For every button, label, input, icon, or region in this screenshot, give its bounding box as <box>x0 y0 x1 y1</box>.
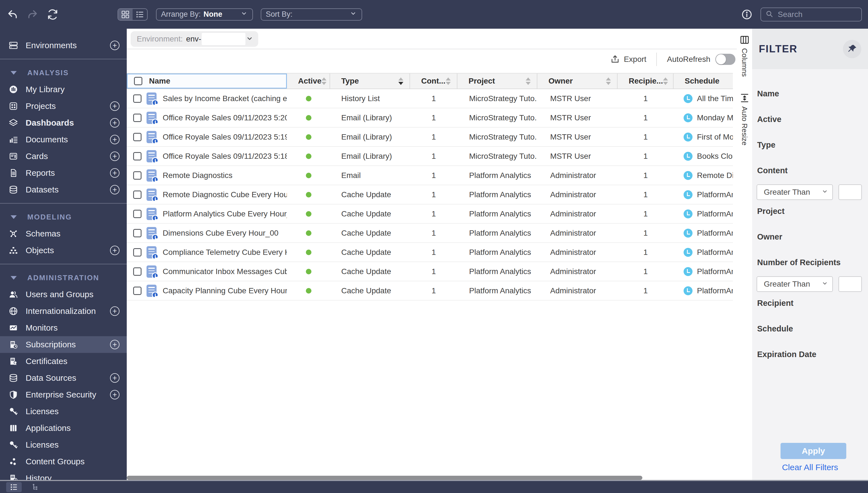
sidebar-item-content-groups[interactable]: Content Groups <box>0 453 127 470</box>
header-recipients[interactable]: Recipie... <box>617 73 674 89</box>
table-row[interactable]: Compliance Telemetry Cube Every Ho... Ca… <box>127 243 733 262</box>
info-icon[interactable] <box>740 8 753 21</box>
table-row[interactable]: Communicator Inbox Messages Cube ... Cac… <box>127 262 733 281</box>
add-icon[interactable]: + <box>110 185 120 194</box>
table-row[interactable]: Remote Diagnostic Cube Every Hour_20 Cac… <box>127 185 733 205</box>
sidebar-item-applications[interactable]: Applications <box>0 420 127 436</box>
row-checkbox[interactable] <box>133 152 142 160</box>
add-icon[interactable]: + <box>110 306 120 316</box>
sidebar-item-my-library[interactable]: My Library <box>0 81 127 98</box>
sort-by-select[interactable]: Sort By: <box>261 8 362 21</box>
sidebar-item-reports[interactable]: Reports+ <box>0 165 127 181</box>
header-project[interactable]: Project <box>457 73 537 89</box>
sidebar-item-schemas[interactable]: Schemas <box>0 225 127 242</box>
table-row[interactable]: Office Royale Sales 09/11/2023 5:19 PM E… <box>127 128 733 147</box>
header-content[interactable]: Cont... <box>410 73 457 89</box>
filter-value-input[interactable] <box>839 185 862 200</box>
operator-select[interactable]: Greater Than <box>757 185 833 200</box>
header-type[interactable]: Type <box>330 73 410 89</box>
select-all-checkbox[interactable] <box>134 77 142 85</box>
add-icon[interactable]: + <box>110 118 120 128</box>
row-checkbox[interactable] <box>133 133 142 141</box>
table-row[interactable]: Capacity Planning Cube Every Hour_25 Cac… <box>127 281 733 301</box>
row-project: MicroStrategy Tuto... <box>457 113 537 122</box>
row-checkbox[interactable] <box>133 267 142 276</box>
add-icon[interactable]: + <box>110 373 120 383</box>
sidebar-section-modeling[interactable]: MODELING <box>0 209 127 225</box>
sidebar-item-objects[interactable]: Objects+ <box>0 242 127 259</box>
add-icon[interactable]: + <box>110 101 120 111</box>
header-owner[interactable]: Owner <box>537 73 617 89</box>
sidebar-section-administration[interactable]: ADMINISTRATION <box>0 269 127 286</box>
sidebar-item-users-and-groups[interactable]: Users and Groups <box>0 286 127 303</box>
row-checkbox[interactable] <box>133 248 142 257</box>
tree-mode-button[interactable] <box>28 482 43 492</box>
add-icon[interactable]: + <box>110 168 120 178</box>
sidebar-item-cards[interactable]: Cards+ <box>0 148 127 165</box>
row-checkbox[interactable] <box>133 94 142 103</box>
row-checkbox[interactable] <box>133 210 142 218</box>
sidebar-item-monitors[interactable]: Monitors <box>0 320 127 336</box>
row-name: Sales by Income Bracket (caching ena... <box>163 94 287 103</box>
sidebar-item-datasets[interactable]: Datasets+ <box>0 181 127 198</box>
table-row[interactable]: Office Royale Sales 09/11/2023 5:20 PM E… <box>127 108 733 128</box>
refresh-icon[interactable] <box>46 8 59 21</box>
row-owner: MSTR User <box>537 152 617 161</box>
sidebar-item-internationalization[interactable]: Internationalization+ <box>0 303 127 320</box>
sidebar-item-documents[interactable]: Documents+ <box>0 131 127 148</box>
autorefresh-toggle[interactable] <box>715 54 735 65</box>
sidebar-item-data-sources[interactable]: Data Sources+ <box>0 370 127 386</box>
auto-resize-button[interactable]: Auto Resize <box>737 92 752 145</box>
clock-badge-icon <box>152 273 158 278</box>
chevron-down-icon <box>10 71 17 74</box>
list-view-button[interactable] <box>133 9 147 20</box>
pin-button[interactable] <box>843 40 861 58</box>
table-row[interactable]: Office Royale Sales 09/11/2023 5:18 PM E… <box>127 147 733 166</box>
row-checkbox[interactable] <box>133 171 142 180</box>
add-icon[interactable]: + <box>110 390 120 400</box>
add-icon[interactable]: + <box>110 340 120 349</box>
horizontal-scrollbar-thumb[interactable] <box>127 476 642 480</box>
sidebar-item-certificates[interactable]: Certificates <box>0 353 127 370</box>
header-schedule[interactable]: Schedule <box>674 73 733 89</box>
back-icon[interactable] <box>6 8 19 21</box>
table-row[interactable]: Sales by Income Bracket (caching ena... … <box>127 89 733 108</box>
sidebar-item-subscriptions[interactable]: Subscriptions+ <box>0 336 127 353</box>
add-icon[interactable]: + <box>110 135 120 144</box>
add-icon[interactable]: + <box>110 151 120 161</box>
apply-button[interactable]: Apply <box>781 443 846 459</box>
sidebar-item-dashboards[interactable]: Dashboards+ <box>0 114 127 131</box>
grid-view-button[interactable] <box>118 9 133 20</box>
export-button[interactable]: Export <box>610 54 646 65</box>
add-icon[interactable]: + <box>110 246 120 255</box>
columns-button[interactable]: Columns <box>737 34 752 77</box>
arrange-by-label: Arrange By: <box>161 10 201 19</box>
arrange-by-select[interactable]: Arrange By: None <box>156 8 253 21</box>
active-status-dot <box>306 269 311 274</box>
table-row[interactable]: Platform Analytics Cube Every Hour_30 Ca… <box>127 205 733 224</box>
sidebar-section-analysis[interactable]: ANALYSIS <box>0 64 127 81</box>
row-checkbox[interactable] <box>133 286 142 295</box>
sidebar-item-projects[interactable]: Projects+ <box>0 98 127 114</box>
row-checkbox[interactable] <box>133 229 142 237</box>
chevron-down-icon <box>240 9 248 19</box>
table-row[interactable]: Remote Diagnostics Email 1 Platform Anal… <box>127 166 733 185</box>
operator-select[interactable]: Greater Than <box>757 276 833 292</box>
sidebar-item-environments[interactable]: Environments+ <box>0 37 127 54</box>
row-checkbox[interactable] <box>133 191 142 199</box>
header-active[interactable]: Active <box>287 73 330 89</box>
filter-value-input[interactable] <box>839 276 862 292</box>
environment-select[interactable]: Environment: env- <box>131 31 258 47</box>
sidebar-item-enterprise-security[interactable]: Enterprise Security+ <box>0 386 127 403</box>
clear-all-filters-link[interactable]: Clear All Filters <box>752 463 868 472</box>
add-icon[interactable]: + <box>110 41 120 50</box>
search-input[interactable] <box>777 10 855 19</box>
sidebar-item-history[interactable]: History <box>0 470 127 480</box>
list-mode-button[interactable] <box>6 482 22 492</box>
sidebar-item-licenses[interactable]: Licenses <box>0 403 127 420</box>
forward-icon[interactable] <box>26 8 39 21</box>
header-name[interactable]: Name <box>127 73 287 89</box>
row-checkbox[interactable] <box>133 114 142 122</box>
sidebar-item-licenses[interactable]: Licenses <box>0 436 127 453</box>
table-row[interactable]: Dimensions Cube Every Hour_00 Cache Upda… <box>127 224 733 243</box>
